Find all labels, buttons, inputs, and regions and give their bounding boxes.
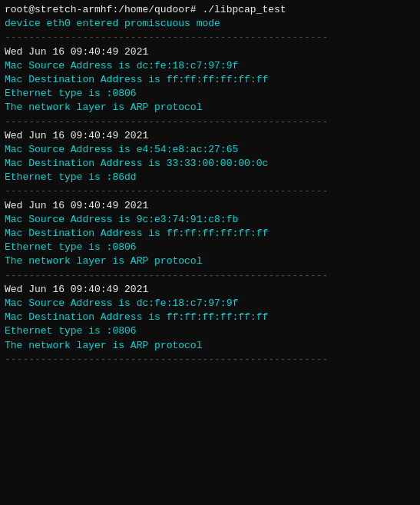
- terminal-line-net-layer-1: The network layer is ARP protocol: [5, 101, 415, 115]
- terminal-line-eth-type-3: Ethernet type is :0806: [5, 241, 415, 254]
- terminal-line-sep5: ----------------------------------------…: [5, 353, 415, 367]
- terminal-line-date1: Wed Jun 16 09:40:49 2021: [5, 45, 415, 59]
- terminal-line-mac-dst-4: Mac Destination Address is ff:ff:ff:ff:f…: [5, 311, 415, 324]
- terminal-line-date3: Wed Jun 16 09:40:49 2021: [5, 199, 415, 213]
- terminal-line-date2: Wed Jun 16 09:40:49 2021: [5, 129, 415, 143]
- terminal-line-eth-type-2: Ethernet type is :86dd: [5, 171, 415, 184]
- terminal-line-eth-type-4: Ethernet type is :0806: [5, 324, 415, 338]
- terminal-line-mac-src-2: Mac Source Address is e4:54:e8:ac:27:65: [5, 143, 415, 157]
- terminal-line-net-layer-4: The network layer is ARP protocol: [5, 339, 415, 353]
- terminal-line-date4: Wed Jun 16 09:40:49 2021: [5, 283, 415, 297]
- terminal-line-net-layer-3: The network layer is ARP protocol: [5, 254, 415, 268]
- terminal-line-sep1: ----------------------------------------…: [5, 31, 415, 45]
- terminal-line-promisc: device eth0 entered promiscuous mode: [5, 17, 415, 31]
- terminal-line-mac-src-3: Mac Source Address is 9c:e3:74:91:c8:fb: [5, 213, 415, 227]
- terminal-line-sep3: ----------------------------------------…: [5, 184, 415, 198]
- terminal-line-mac-src-4: Mac Source Address is dc:fe:18:c7:97:9f: [5, 297, 415, 311]
- terminal-window: root@stretch-armhf:/home/qudoor# ./libpc…: [0, 0, 420, 505]
- terminal-line-eth-type-1: Ethernet type is :0806: [5, 87, 415, 101]
- terminal-line-mac-src-1: Mac Source Address is dc:fe:18:c7:97:9f: [5, 59, 415, 73]
- terminal-line-mac-dst-3: Mac Destination Address is ff:ff:ff:ff:f…: [5, 227, 415, 241]
- terminal-line-sep2: ----------------------------------------…: [5, 115, 415, 129]
- terminal-line-mac-dst-2: Mac Destination Address is 33:33:00:00:0…: [5, 157, 415, 171]
- terminal-line-prompt: root@stretch-armhf:/home/qudoor# ./libpc…: [5, 3, 415, 17]
- terminal-line-sep4: ----------------------------------------…: [5, 269, 415, 283]
- terminal-line-mac-dst-1: Mac Destination Address is ff:ff:ff:ff:f…: [5, 73, 415, 87]
